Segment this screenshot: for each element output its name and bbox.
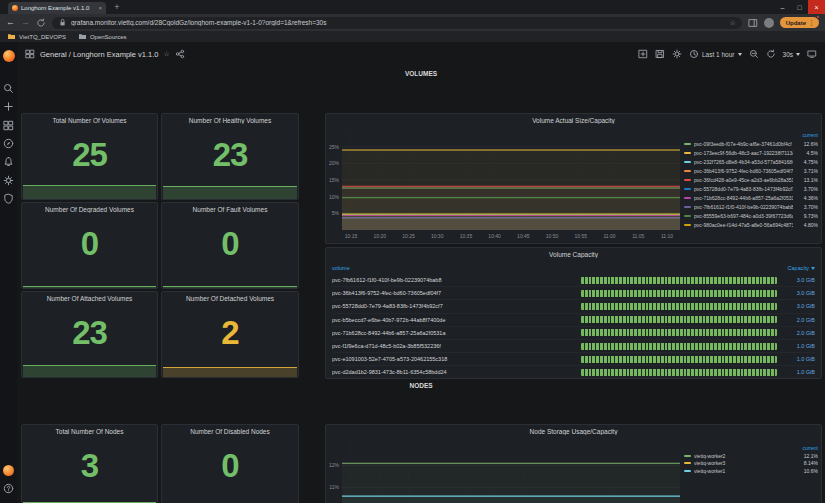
row-header-nodes[interactable]: NODES [17,382,825,389]
row-header-volumes[interactable]: VOLUMES [17,70,825,77]
grafana-logo[interactable] [3,50,15,62]
panel-title[interactable]: Total Number Of Volumes [22,117,157,124]
panel-title[interactable]: Number Of Degraded Volumes [22,206,157,213]
update-button[interactable]: Update ⋮ [780,17,819,28]
close-button[interactable]: × [808,0,825,14]
forward-button[interactable]: → [21,14,30,31]
panel-title[interactable]: Number Of Disabled Nodes [162,428,298,435]
series-color-icon [684,215,691,217]
time-range-picker[interactable]: Last 1 hour [689,49,742,59]
capacity-gauge [581,316,777,323]
panel-title[interactable]: Total Number Of Nodes [22,428,157,435]
window-controls: – □ × [774,0,825,14]
legend-item[interactable]: pvc-980ac0ee-f14d-47a5-a8e0-56a694c4873b… [684,221,818,230]
table-row[interactable]: pvc-55728dd0-7e79-4a83-83fb-1473f4b92cf7… [332,300,815,313]
maximize-button[interactable]: □ [791,0,808,14]
series-color-icon [684,179,691,181]
legend-item[interactable]: pvc-7fb61612-f1f0-410f-be9b-02239074bab8… [684,203,818,212]
table-row[interactable]: pvc-36b413f6-9752-4fec-bd60-73605edf04f7… [332,287,815,300]
new-tab-button[interactable]: + [112,2,122,13]
series-color-icon [684,470,691,472]
zoom-out-icon[interactable] [749,49,759,59]
table-row[interactable]: pvc-b5beccd7-e6be-40b7-972b-44ab8f7400de… [332,314,815,327]
breadcrumb[interactable]: General / Longhorn Example v1.1.0 [40,50,158,59]
search-icon[interactable] [3,83,14,94]
alerting-bell-icon[interactable] [3,156,14,167]
tv-mode-icon[interactable] [807,49,817,59]
help-icon[interactable] [3,483,14,494]
legend-value-header[interactable]: current [684,445,818,452]
favorite-star-icon[interactable]: ☆ [163,50,169,58]
user-avatar[interactable] [3,465,14,476]
legend-item[interactable]: viettq-worker212.1% [684,452,818,460]
reload-icon[interactable] [36,18,46,28]
series-color-icon [684,161,691,163]
volume-name: pvc-b5beccd7-e6be-40b7-972b-44ab8f7400de [332,317,577,323]
dashboard-settings-icon[interactable] [672,49,682,59]
browser-tab[interactable]: Longhorn Example v1.1.0 × [8,2,106,14]
back-button[interactable]: ← [6,14,15,31]
tab-close-icon[interactable]: × [98,5,102,11]
add-panel-icon[interactable] [638,49,648,59]
bookmark-folder-viettq-devops[interactable]: VietTQ_DEVOPS [7,32,66,41]
x-axis-tick-label: 10:35 [460,233,473,239]
series-name: pvc-09f3eedb-f07e-4b9c-af6e-37461d0bf4cf [694,141,793,147]
address-bar[interactable]: grafana.monitor.viettq.com/d/28CgoldGz/l… [52,17,742,29]
side-panel-icon[interactable] [748,18,758,28]
save-dashboard-icon[interactable] [655,49,665,59]
panel-title[interactable]: Number Of Detached Volumes [162,295,298,302]
series-current-value: 10.6% [796,468,818,474]
table-row[interactable]: pvc-f1f9e6ca-d71d-48c5-b02a-3b85f532236f… [332,340,815,353]
legend-item[interactable]: pvc-173eec9f-56db-48c3-aac7-192238f7113c… [684,148,818,157]
legend-value-header[interactable]: current [684,131,818,139]
legend-item[interactable]: pvc-09f3eedb-f07e-4b9c-af6e-37461d0bf4cf… [684,139,818,148]
series-current-value: 4.36% [796,195,818,201]
dashboards-icon[interactable] [3,120,14,131]
table-row[interactable]: pvc-e1091003-52e7-4705-a573-20462155c318… [332,353,815,366]
panel-title[interactable]: Number Of Healthy Volumes [162,117,298,124]
legend-item[interactable]: viettq-worker110.6% [684,467,818,475]
configuration-gear-icon[interactable] [3,175,14,186]
y-axis-tick-label: 15% [326,177,339,183]
table-row[interactable]: pvc-7fb61612-f1f0-410f-be9b-02239074bab8… [332,274,815,287]
stat-value: 0 [22,216,157,272]
refresh-interval-select[interactable]: 30s [783,51,800,58]
bookmark-star-icon[interactable]: ☆ [729,19,735,27]
series-current-value: 8.14% [796,460,818,466]
chart-legend: current viettq-worker212.1%viettq-worker… [684,445,818,503]
server-admin-shield-icon[interactable] [3,193,14,204]
x-axis-tick-label: 10:55 [575,233,588,239]
column-header-volume[interactable]: volume [332,265,350,271]
share-icon[interactable] [175,49,185,59]
legend-item[interactable]: pvc-55728dd0-7e79-4a83-83fb-1473f4b92cf7… [684,184,818,193]
legend-item[interactable]: pvc-232f7265-d8e8-4b34-a53d-577a58416868… [684,157,818,166]
table-row[interactable]: pvc-71b628cc-8492-44b6-a857-25a6a2f0531a… [332,327,815,340]
table-row[interactable]: pvc-d2dad1b2-9831-473c-8b11-6354c58bdd24… [332,366,815,379]
panel-title[interactable]: Number Of Attached Volumes [22,295,157,302]
legend-item[interactable]: viettq-worker38.14% [684,460,818,468]
create-plus-icon[interactable] [3,101,14,112]
column-header-capacity[interactable]: Capacity [788,265,815,271]
panel-title[interactable]: Volume Capacity [326,251,821,258]
legend-item[interactable]: pvc-36b413f6-9752-4fec-bd60-73605edf04f7… [684,166,818,175]
panel-title[interactable]: Node Storage Usage/Capacity [326,428,821,435]
legend-item[interactable]: pvc-71b628cc-8492-44b6-a857-25a6a2f0531a… [684,194,818,203]
url-text[interactable]: grafana.monitor.viettq.com/d/28CgoldGz/l… [71,19,725,26]
update-notification-dot [816,15,820,19]
browser-menu-icon[interactable]: ⋮ [808,19,815,27]
volume-usage-chart[interactable] [342,130,680,230]
minimize-button[interactable]: – [774,0,791,14]
series-name: pvc-7fb61612-f1f0-410f-be9b-02239074bab8 [694,204,793,210]
dashboard-scroll-area[interactable]: VOLUMES Total Number Of Volumes 25 Numbe… [17,66,825,503]
panel-title[interactable]: Volume Actual Size/Capacity [326,117,821,124]
refresh-icon[interactable] [766,49,776,59]
profile-avatar[interactable] [764,18,774,28]
volume-name: pvc-71b628cc-8492-44b6-a857-25a6a2f0531a [332,330,577,336]
node-storage-chart[interactable] [342,439,680,503]
panel-title[interactable]: Number Of Fault Volumes [162,206,298,213]
explore-compass-icon[interactable] [3,138,14,149]
series-name: pvc-36b413f6-9752-4fec-bd60-73605edf04f7 [694,168,793,174]
legend-item[interactable]: pvc-36fcd428-a0e9-45ce-a2d3-ae6bb28a351e… [684,175,818,184]
legend-item[interactable]: pvc-85559e63-b697-484c-a0d3-39f67723d6cc… [684,212,818,221]
bookmark-folder-opensources[interactable]: OpenSources [78,32,127,41]
